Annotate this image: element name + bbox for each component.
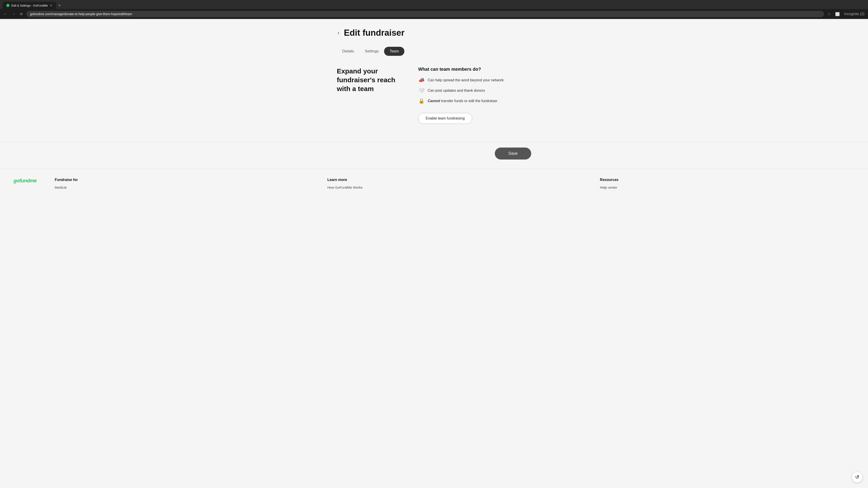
incognito-button[interactable]: Incognito (2) (843, 11, 865, 17)
browser-chrome: Edit & Settings - GoFundMe ✕ + (0, 0, 868, 9)
feature-list: 📣 Can help spread the word beyond your n… (418, 77, 531, 104)
save-row: Save (332, 148, 536, 168)
feature-text-cannot: Cannot transfer funds or edit the fundra… (428, 99, 498, 103)
tab-details[interactable]: Details (337, 47, 360, 56)
browser-tab-bar: Edit & Settings - GoFundMe ✕ + (3, 2, 865, 9)
main-content: ‹ Edit fundraiser Details Settings Team … (332, 19, 536, 133)
what-can-heading: What can team members do? (418, 67, 531, 72)
bookmark-button[interactable]: ☆ (827, 11, 832, 17)
feature-item-cannot: 🔒 Cannot transfer funds or edit the fund… (418, 98, 531, 104)
footer-logo-container: gofundme (13, 178, 37, 184)
forward-nav-button[interactable]: → (11, 11, 16, 17)
browser-actions: ☆ ⬜ Incognito (2) (827, 11, 865, 17)
help-chat-icon: ↺ (855, 474, 859, 480)
reload-button[interactable]: ⟳ (19, 11, 24, 17)
feature-text-updates: Can post updates and thank donors (428, 89, 485, 93)
back-nav-button[interactable]: ← (3, 11, 8, 17)
tab-settings[interactable]: Settings (360, 47, 384, 56)
help-chat-button[interactable]: ↺ (852, 472, 863, 483)
spread-icon: 📣 (418, 77, 425, 83)
feature-item-spread: 📣 Can help spread the word beyond your n… (418, 77, 531, 83)
footer-link-medical[interactable]: Medical (55, 186, 309, 189)
footer-section-fundraise: Fundraise for Medical (55, 178, 309, 191)
tab-close-button[interactable]: ✕ (50, 4, 53, 7)
tab-team[interactable]: Team (384, 47, 404, 56)
expand-heading: Expand your fundraiser's reach with a te… (337, 67, 400, 93)
feature-text-spread: Can help spread the word beyond your net… (428, 78, 504, 82)
tab-title: Edit & Settings - GoFundMe (11, 4, 48, 7)
footer-learn-heading: Learn more (327, 178, 582, 182)
tabs-container: Details Settings Team (337, 47, 531, 56)
browser-address-bar: ← → ⟳ ☆ ⬜ Incognito (2) (0, 9, 868, 19)
heart-icon: 🤍 (418, 88, 425, 94)
save-button[interactable]: Save (495, 148, 531, 160)
page-header: ‹ Edit fundraiser (337, 28, 531, 38)
browser-tab-active[interactable]: Edit & Settings - GoFundMe ✕ (3, 2, 56, 9)
footer-link-how-it-works[interactable]: How GoFundMe Works (327, 186, 582, 189)
footer-fundraise-heading: Fundraise for (55, 178, 309, 182)
new-tab-button[interactable]: + (57, 2, 63, 9)
split-view-button[interactable]: ⬜ (834, 11, 841, 17)
footer-section-resources: Resources Help center (600, 178, 855, 191)
feature-item-updates: 🤍 Can post updates and thank donors (418, 88, 531, 94)
team-content: Expand your fundraiser's reach with a te… (337, 67, 531, 124)
enable-team-fundraising-button[interactable]: Enable team fundraising (418, 113, 472, 124)
tab-favicon (6, 4, 9, 7)
left-section: Expand your fundraiser's reach with a te… (337, 67, 400, 93)
lock-icon: 🔒 (418, 98, 425, 104)
section-divider (0, 142, 868, 142)
footer-logo: gofundme (13, 178, 37, 184)
footer-section-learn: Learn more How GoFundMe Works (327, 178, 582, 191)
back-button[interactable]: ‹ (337, 30, 340, 36)
footer: gofundme Fundraise for Medical Learn mor… (0, 168, 868, 200)
footer-resources-heading: Resources (600, 178, 855, 182)
footer-link-help[interactable]: Help center (600, 186, 855, 189)
page-content: ‹ Edit fundraiser Details Settings Team … (0, 19, 868, 488)
page-title: Edit fundraiser (344, 28, 404, 38)
right-section: What can team members do? 📣 Can help spr… (418, 67, 531, 124)
address-bar-input[interactable] (26, 11, 824, 17)
footer-content: gofundme Fundraise for Medical Learn mor… (13, 178, 855, 191)
